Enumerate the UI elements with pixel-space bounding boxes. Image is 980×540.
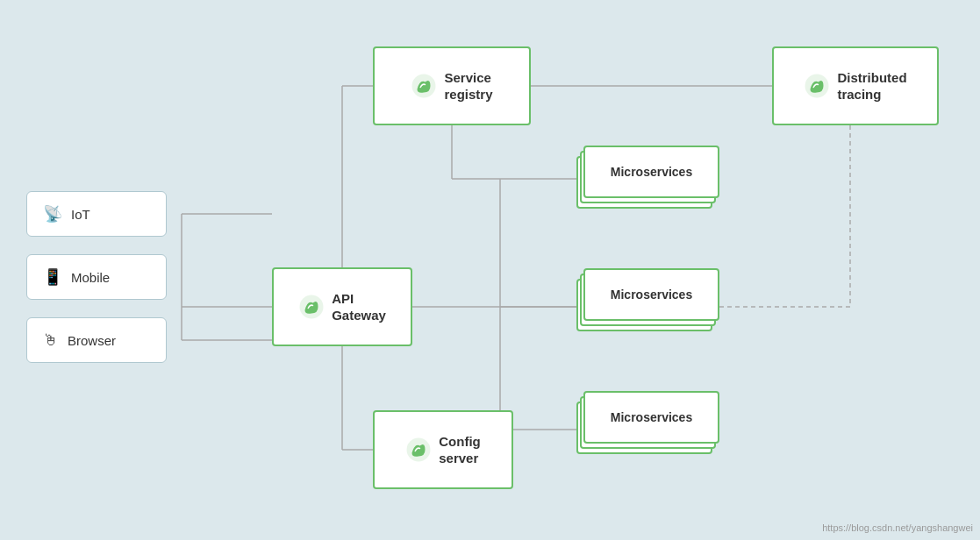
- mobile-label: Mobile: [71, 270, 110, 285]
- distributed-tracing-box: Distributed tracing: [772, 46, 939, 125]
- architecture-diagram: 📡 IoT 📱 Mobile 🖰 Browser Service registr…: [0, 0, 980, 540]
- service-registry-box: Service registry: [373, 46, 531, 125]
- microservices-1-label: Microservices: [583, 146, 719, 198]
- distributed-tracing-label: Distributed tracing: [837, 69, 906, 103]
- iot-client: 📡 IoT: [26, 191, 167, 237]
- api-gateway-icon: [298, 294, 325, 320]
- microservices-3-label: Microservices: [583, 391, 719, 444]
- iot-label: IoT: [71, 207, 90, 222]
- iot-icon: 📡: [43, 204, 62, 224]
- microservices-2-label: Microservices: [583, 268, 719, 321]
- browser-icon: 🖰: [43, 331, 59, 350]
- config-server-box: Config server: [373, 410, 513, 489]
- browser-client: 🖰 Browser: [26, 317, 167, 363]
- api-gateway-box: API Gateway: [272, 267, 412, 346]
- distributed-tracing-icon: [804, 73, 830, 99]
- browser-label: Browser: [68, 333, 116, 348]
- service-registry-icon: [411, 73, 437, 99]
- config-server-label: Config server: [439, 433, 480, 467]
- config-server-icon: [405, 437, 432, 463]
- service-registry-label: Service registry: [444, 69, 492, 103]
- api-gateway-label: API Gateway: [332, 290, 386, 324]
- mobile-icon: 📱: [43, 267, 62, 287]
- mobile-client: 📱 Mobile: [26, 254, 167, 300]
- watermark: https://blog.csdn.net/yangshangwei: [822, 522, 973, 533]
